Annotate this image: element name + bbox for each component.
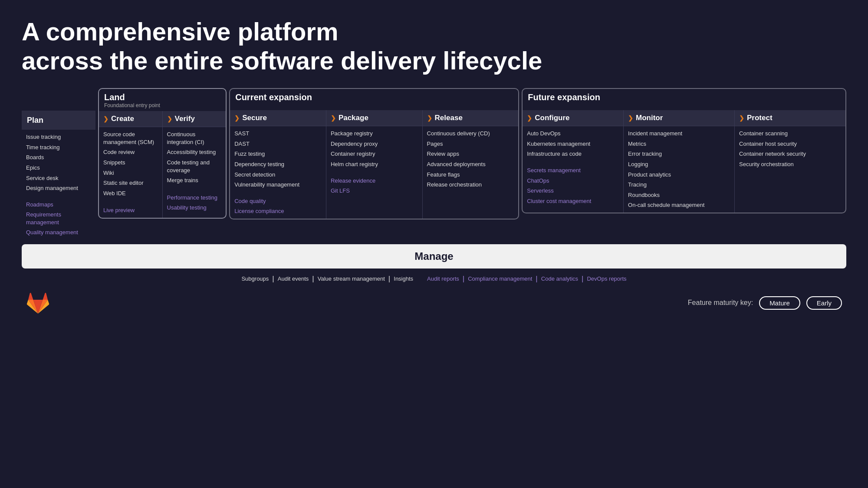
land-box: Land Foundational entry point ❯ Create S…: [98, 88, 227, 218]
plan-item: Time tracking: [26, 144, 91, 151]
create-col: ❯ Create Source code management (SCM) Co…: [99, 111, 163, 217]
protect-header: ❯ Protect: [735, 110, 845, 126]
gitlab-logo: [26, 291, 50, 315]
separator: |: [536, 275, 537, 283]
arrow-icon: ❯: [628, 115, 633, 121]
plan-items: Issue tracking Time tracking Boards Epic…: [22, 130, 95, 239]
hero-title: A comprehensive platform across the enti…: [22, 17, 846, 75]
plan-header: Plan: [22, 111, 95, 130]
bottom-item-early: Audit reports: [427, 275, 459, 283]
verify-header: ❯ Verify: [163, 111, 226, 127]
mature-badge: Mature: [759, 296, 800, 310]
package-header: ❯ Package: [326, 110, 422, 126]
current-expansion-phases: ❯ Secure SAST DAST Fuzz testing Dependen…: [230, 110, 518, 218]
protect-col: ❯ Protect Container scanning Container h…: [735, 110, 845, 212]
plan-item: Service desk: [26, 174, 91, 182]
current-expansion-title: Current expansion: [235, 92, 513, 102]
plan-item-early: Roadmaps: [26, 201, 91, 209]
current-expansion-header-area: Current expansion: [230, 89, 518, 110]
land-phases: ❯ Create Source code management (SCM) Co…: [99, 111, 226, 217]
separator: |: [582, 275, 583, 283]
create-header: ❯ Create: [99, 111, 162, 127]
early-badge: Early: [806, 296, 842, 310]
arrow-icon: ❯: [234, 115, 240, 121]
secure-items: SAST DAST Fuzz testing Dependency testin…: [230, 126, 326, 218]
bottom-item: Value stream management: [318, 275, 385, 283]
maturity-key: Feature maturity key: Mature Early: [688, 296, 842, 310]
secure-col: ❯ Secure SAST DAST Fuzz testing Dependen…: [230, 110, 326, 218]
arrow-icon: ❯: [427, 115, 432, 121]
manage-bar: Manage: [22, 244, 846, 269]
arrow-icon: ❯: [331, 115, 336, 121]
monitor-header: ❯ Monitor: [624, 110, 734, 126]
plan-item: Epics: [26, 164, 91, 172]
bottom-item: Insights: [394, 275, 413, 283]
separator: |: [272, 275, 274, 283]
package-items: Package registry Dependency proxy Contai…: [326, 126, 422, 198]
plan-item-early: Quality management: [26, 229, 91, 236]
release-items: Continuous delivery (CD) Pages Review ap…: [423, 126, 519, 192]
bottom-item: Audit events: [278, 275, 309, 283]
protect-items: Container scanning Container host securi…: [735, 126, 845, 171]
plan-item: Design management: [26, 184, 91, 192]
configure-col: ❯ Configure Auto DevOps Kubernetes manag…: [523, 110, 624, 212]
configure-header: ❯ Configure: [523, 110, 623, 126]
separator: |: [463, 275, 464, 283]
bottom-item-early: Compliance management: [468, 275, 532, 283]
plan-item: Issue tracking: [26, 133, 91, 141]
current-expansion-box: Current expansion ❯ Secure SAST DAST Fuz…: [229, 88, 519, 219]
future-expansion-phases: ❯ Configure Auto DevOps Kubernetes manag…: [523, 110, 845, 212]
monitor-items: Incident management Metrics Error tracki…: [624, 126, 734, 212]
arrow-icon: ❯: [739, 115, 744, 121]
bottom-bar: Subgroups | Audit events | Value stream …: [22, 275, 846, 283]
separator: |: [312, 275, 314, 283]
verify-col: ❯ Verify Continuous integration (CI) Acc…: [163, 111, 226, 217]
future-expansion-box: Future expansion ❯ Configure Auto DevOps…: [522, 88, 846, 213]
monitor-col: ❯ Monitor Incident management Metrics Er…: [624, 110, 735, 212]
separator: |: [388, 275, 390, 283]
verify-items: Continuous integration (CI) Accessibilit…: [163, 127, 226, 215]
future-expansion-header-area: Future expansion: [523, 89, 845, 110]
future-expansion-title: Future expansion: [528, 92, 840, 102]
arrow-icon: ❯: [527, 115, 532, 121]
bottom-item-early: Code analytics: [541, 275, 578, 283]
arrow-icon: ❯: [167, 115, 172, 122]
bottom-item-early: DevOps reports: [587, 275, 626, 283]
land-header-area: Land Foundational entry point: [99, 89, 226, 111]
land-subtitle: Foundational entry point: [104, 102, 220, 108]
configure-items: Auto DevOps Kubernetes management Infras…: [523, 126, 623, 208]
bottom-item: Subgroups: [241, 275, 269, 283]
create-items: Source code management (SCM) Code review…: [99, 127, 162, 217]
package-col: ❯ Package Package registry Dependency pr…: [326, 110, 423, 218]
plan-item: Boards: [26, 154, 91, 161]
land-title: Land: [104, 92, 220, 102]
manage-label: Manage: [414, 250, 453, 262]
footer: Feature maturity key: Mature Early: [22, 291, 846, 315]
release-header: ❯ Release: [423, 110, 519, 126]
release-col: ❯ Release Continuous delivery (CD) Pages…: [423, 110, 519, 218]
maturity-key-label: Feature maturity key:: [688, 299, 753, 307]
main-container: A comprehensive platform across the enti…: [0, 0, 868, 324]
secure-header: ❯ Secure: [230, 110, 326, 126]
plan-section: Plan Issue tracking Time tracking Boards…: [22, 88, 95, 239]
plan-item-early: Requirements management: [26, 211, 91, 226]
lifecycle-layout: Plan Issue tracking Time tracking Boards…: [22, 88, 846, 239]
arrow-icon: ❯: [103, 115, 108, 122]
